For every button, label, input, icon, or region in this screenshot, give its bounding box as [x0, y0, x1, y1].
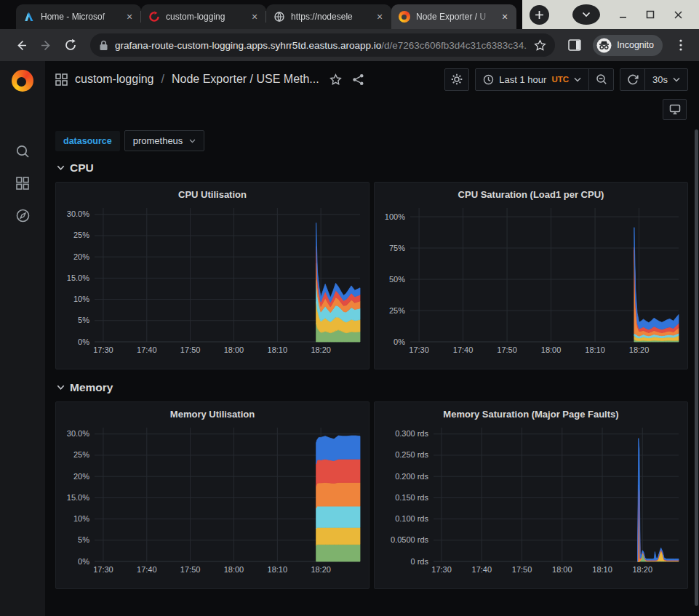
close-window-button[interactable]	[664, 4, 692, 25]
lock-icon	[99, 40, 108, 51]
timezone-label: UTC	[551, 75, 569, 84]
dashboard-scrollbar[interactable]	[695, 129, 698, 606]
search-icon	[15, 144, 31, 159]
svg-text:0%: 0%	[394, 337, 405, 346]
minimize-button[interactable]	[609, 4, 636, 25]
tab-label: Home - Microsof	[41, 12, 118, 22]
refresh-interval-picker[interactable]: 30s	[645, 69, 687, 90]
svg-text:17:30: 17:30	[93, 345, 113, 354]
tab-close-icon[interactable]: ×	[249, 11, 260, 23]
plus-icon	[535, 10, 544, 20]
memory-saturation-chart[interactable]: 17:3017:4017:5018:0018:1018:200 rds0.050…	[378, 421, 684, 577]
dashboard-settings-button[interactable]	[444, 68, 469, 91]
tab-nodeselector[interactable]: https://nodesele ×	[266, 4, 391, 29]
tab-custom-logging[interactable]: custom-logging ×	[141, 4, 266, 29]
clock-icon	[483, 74, 494, 85]
dashboard-main: custom-logging / Node Exporter / USE Met…	[45, 61, 699, 616]
tab-home-microsoft[interactable]: Home - Microsof ×	[16, 4, 141, 29]
time-range-picker[interactable]: Last 1 hour UTC	[476, 69, 588, 90]
svg-text:18:00: 18:00	[541, 345, 562, 354]
side-panel-button[interactable]	[564, 34, 586, 56]
svg-text:25%: 25%	[73, 231, 89, 239]
header-actions	[329, 73, 364, 86]
panel-title[interactable]: CPU Utilisation	[56, 183, 369, 201]
row-header-memory[interactable]: Memory	[57, 381, 688, 394]
breadcrumb-dashboard-title[interactable]: Node Exporter / USE Meth...	[172, 73, 319, 86]
grafana-icon	[399, 11, 410, 23]
panel-title[interactable]: CPU Saturation (Load1 per CPU)	[375, 183, 687, 201]
zoom-out-time-button[interactable]	[588, 69, 613, 90]
monitor-icon	[669, 104, 681, 115]
browser-menu-button[interactable]	[670, 34, 692, 56]
refresh-interval-label: 30s	[652, 74, 668, 85]
svg-text:18:00: 18:00	[552, 565, 572, 574]
svg-text:17:40: 17:40	[137, 565, 157, 574]
panel-title[interactable]: Memory Saturation (Major Page Faults)	[375, 402, 687, 421]
openshift-icon	[148, 11, 160, 23]
kebab-menu-icon	[679, 39, 682, 51]
time-range-label: Last 1 hour	[499, 74, 546, 85]
url-domain: grafana-route-custom-logging.apps.syhrr5…	[115, 40, 381, 51]
sidebar-item-search[interactable]	[0, 135, 45, 167]
refresh-icon	[627, 73, 639, 85]
svg-text:0.200 rds: 0.200 rds	[395, 472, 428, 481]
header-controls: Last 1 hour UTC	[444, 68, 688, 91]
back-button[interactable]	[10, 34, 32, 56]
svg-text:17:30: 17:30	[409, 345, 429, 354]
chevron-down-icon	[189, 139, 196, 143]
svg-text:15.0%: 15.0%	[67, 493, 89, 502]
svg-text:20%: 20%	[73, 472, 89, 481]
minimize-icon	[618, 10, 628, 20]
grafana-app: custom-logging / Node Exporter / USE Met…	[0, 61, 699, 616]
sidebar-item-dashboards[interactable]	[0, 167, 45, 199]
tab-search-button[interactable]	[572, 4, 600, 25]
reload-button[interactable]	[60, 34, 81, 56]
memory-utilisation-chart[interactable]: 17:3017:4017:5018:0018:1018:200%5%10%15.…	[60, 421, 365, 577]
grafana-sidebar	[0, 61, 45, 616]
maximize-button[interactable]	[636, 4, 664, 25]
compass-icon	[15, 208, 31, 223]
dashboards-grid-icon	[15, 176, 30, 191]
favorite-star-icon[interactable]	[329, 73, 342, 86]
svg-text:17:40: 17:40	[137, 345, 157, 354]
tab-close-icon[interactable]: ×	[374, 11, 386, 23]
memory-panel-row: Memory Utilisation 17:3017:4017:5018:001…	[55, 401, 688, 589]
grafana-logo[interactable]	[12, 70, 33, 92]
panel-cpu-saturation: CPU Saturation (Load1 per CPU) 17:3017:4…	[374, 182, 688, 369]
bookmark-star-icon[interactable]	[534, 39, 546, 52]
cpu-saturation-chart[interactable]: 17:3017:4017:5018:0018:1018:200%25%50%75…	[378, 201, 684, 357]
incognito-icon	[596, 38, 612, 53]
svg-text:0.0500 rds: 0.0500 rds	[391, 535, 428, 544]
datasource-variable-picker[interactable]: prometheus	[124, 130, 205, 151]
refresh-button[interactable]	[620, 69, 645, 90]
cpu-utilisation-chart[interactable]: 17:3017:4017:5018:0018:1018:200%5%10%15.…	[60, 201, 365, 357]
address-bar[interactable]: grafana-route-custom-logging.apps.syhrr5…	[90, 33, 555, 57]
breadcrumb-separator: /	[161, 73, 164, 86]
svg-text:0.300 rds: 0.300 rds	[395, 429, 428, 438]
tab-node-exporter-active[interactable]: Node Exporter / U ×	[391, 4, 516, 29]
kiosk-row	[55, 99, 687, 120]
incognito-label: Incognito	[617, 40, 654, 50]
svg-text:0%: 0%	[78, 557, 89, 566]
svg-text:17:40: 17:40	[472, 565, 492, 574]
panel-title[interactable]: Memory Utilisation	[56, 402, 369, 421]
svg-text:30.0%: 30.0%	[67, 429, 89, 438]
tab-close-icon[interactable]: ×	[499, 11, 511, 23]
svg-text:17:40: 17:40	[453, 345, 474, 354]
tab-close-icon[interactable]: ×	[124, 11, 135, 23]
row-header-cpu[interactable]: CPU	[57, 161, 688, 175]
side-panel-icon	[568, 39, 581, 51]
chevron-down-icon	[673, 77, 680, 82]
refresh-group: 30s	[620, 68, 688, 91]
chevron-down-icon	[582, 12, 591, 17]
svg-text:18:20: 18:20	[633, 565, 653, 574]
breadcrumb-folder[interactable]: custom-logging	[75, 73, 154, 86]
new-tab-button[interactable]	[530, 5, 549, 25]
kiosk-mode-button[interactable]	[663, 99, 687, 120]
sidebar-item-explore[interactable]	[0, 199, 45, 231]
share-icon[interactable]	[352, 73, 364, 86]
chevron-down-icon	[57, 165, 65, 171]
window-controls	[572, 4, 692, 25]
forward-button[interactable]	[35, 34, 57, 56]
svg-text:17:50: 17:50	[497, 345, 517, 354]
